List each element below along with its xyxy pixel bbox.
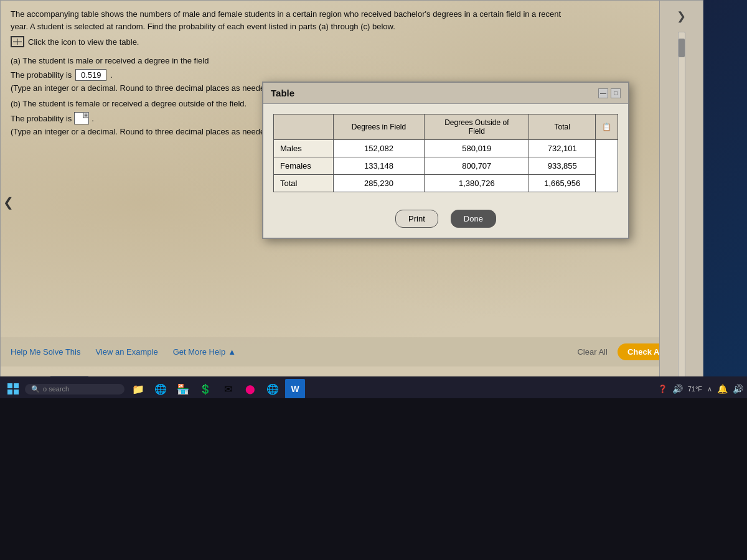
taskbar-edge[interactable]: 🌐 [151,379,171,399]
modal-maximize-btn[interactable]: □ [611,88,621,98]
start-button[interactable] [4,380,22,398]
table-row-total: Total 285,230 1,380,726 1,665,956 [274,175,618,192]
taskbar-word[interactable]: W [285,379,305,399]
table-cell-females-degrees-outside: 800,707 [425,157,529,175]
modal-controls: — □ [598,88,621,98]
scrollbar-thumb[interactable] [679,39,685,57]
right-panel: ❯ [659,1,703,404]
table-row-males: Males 152,082 580,019 732,101 [274,140,618,157]
win-q4 [14,390,19,394]
taskbar-chevron-up[interactable]: ∧ [707,385,712,393]
dark-area [0,398,747,560]
part-a-answer[interactable]: 0.519 [75,69,106,81]
table-modal-title: Table [271,88,294,98]
get-more-help-button[interactable]: Get More Help ▲ [173,347,236,357]
part-b-input[interactable] [74,112,89,124]
table-cell-total-label: Total [274,175,334,192]
view-example-button[interactable]: View an Example [95,347,157,357]
part-b-prefix: The probability is [11,114,72,123]
table-header-total: Total [529,114,596,140]
table-cell-females-total: 933,855 [529,157,596,175]
table-cell-total-degrees-field: 285,230 [333,175,424,192]
help-me-solve-button[interactable]: Help Me Solve This [11,347,80,357]
table-modal-body: Degrees in Field Degrees Outside ofField… [263,104,628,202]
left-nav-arrow[interactable]: ❮ [3,195,14,210]
windows-logo [7,383,19,394]
get-more-help-label: Get More Help [173,347,226,357]
table-cell-total-degrees-outside: 1,380,726 [425,175,529,192]
modal-footer: Print Done [263,202,628,238]
input-icon [83,112,89,118]
table-cell-males-label: Males [274,140,334,157]
print-button[interactable]: Print [395,210,438,228]
click-table-text: Click the icon to view the table. [28,37,139,47]
table-header-empty [274,114,334,140]
table-cell-males-total: 732,101 [529,140,596,157]
taskbar-mail[interactable]: ✉ [218,379,238,399]
table-header-degrees-in-field: Degrees in Field [333,114,424,140]
table-cell-males-degrees-outside: 580,019 [425,140,529,157]
screen: The accompanying table shows the numbers… [0,0,747,560]
temperature-display: 71°F [688,385,702,393]
scrollbar-track [678,32,685,393]
click-table-row: Click the icon to view the table. [11,36,693,47]
taskbar: 🔍 o search 📁 🌐 🏪 💲 ✉ ⬤ 🌐 W ❓ 🔊 71°F ∧ 🔔 … [0,376,747,401]
bottom-toolbar: Help Me Solve This View an Example Get M… [1,337,703,366]
table-modal-header: Table — □ [263,83,628,104]
part-a-period: . [110,70,113,80]
win-q2 [14,383,19,388]
table-cell-females-label: Females [274,157,334,175]
taskbar-question[interactable]: ❓ [658,385,667,393]
main-window: The accompanying table shows the numbers… [0,0,703,404]
win-q3 [7,390,12,394]
part-a-answer-row: The probability is 0.519 . [11,69,693,81]
table-modal: Table — □ Degrees in Field Degrees Outsi… [262,82,629,239]
part-b-period: . [92,114,94,123]
search-placeholder: o search [43,385,69,393]
table-header-degrees-outside: Degrees Outside ofField [425,114,529,140]
table-row-females: Females 133,148 800,707 933,855 [274,157,618,175]
done-button[interactable]: Done [451,210,496,228]
taskbar-volume-icon[interactable]: 🔊 [733,384,743,394]
taskbar-system-tray: ❓ 🔊 71°F ∧ 🔔 🔊 [658,384,743,394]
modal-minimize-btn[interactable]: — [598,88,608,98]
taskbar-store[interactable]: 🏪 [173,379,193,399]
svg-rect-2 [84,113,88,117]
get-more-help-arrow: ▲ [228,347,236,357]
table-cell-males-degrees-field: 152,082 [333,140,424,157]
taskbar-file-explorer[interactable]: 📁 [128,379,148,399]
table-icon[interactable] [11,36,24,47]
search-bar[interactable]: 🔍 o search [25,384,125,394]
part-a-label: (a) The student is male or received a de… [11,56,693,65]
taskbar-circle[interactable]: ⬤ [240,379,260,399]
taskbar-speaker: 🔊 [672,384,683,394]
part-a-prefix: The probability is [11,70,72,80]
table-cell-total-total: 1,665,956 [529,175,596,192]
taskbar-browser[interactable]: 🌐 [263,379,283,399]
data-table: Degrees in Field Degrees Outside ofField… [273,114,618,192]
problem-description: The accompanying table shows the numbers… [11,8,571,32]
table-header-icon[interactable]: 📋 [596,114,618,140]
taskbar-notifications[interactable]: 🔔 [717,384,728,394]
search-icon: 🔍 [31,385,40,393]
clear-all-button[interactable]: Clear All [577,347,607,357]
win-q1 [7,383,12,388]
table-cell-females-degrees-field: 133,148 [333,157,424,175]
taskbar-dollar[interactable]: 💲 [195,379,215,399]
taskbar-apps: 📁 🌐 🏪 💲 ✉ ⬤ 🌐 W [128,379,305,399]
right-nav-arrow-up[interactable]: ❯ [677,9,686,23]
